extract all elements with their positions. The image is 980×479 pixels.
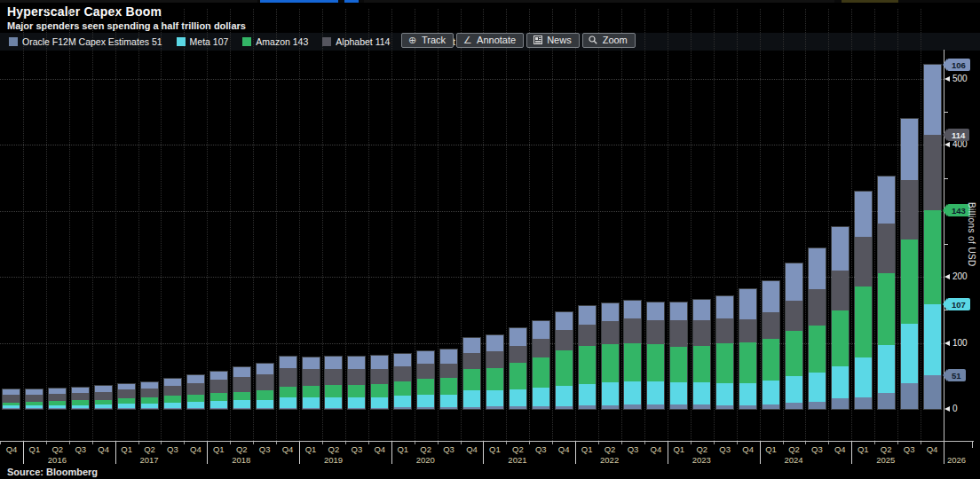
year-boundary-tick (299, 442, 300, 464)
bar-segment-amazon (463, 369, 480, 391)
year-boundary-tick (760, 442, 761, 464)
bar-segment-oracle (233, 408, 250, 409)
bloomberg-chart-window: Hyperscaler Capex Boom Major spenders se… (0, 0, 980, 479)
bar-stack[interactable] (693, 300, 710, 409)
bar-stack[interactable] (141, 382, 158, 410)
bar-segment-microsoft (832, 227, 849, 271)
bar-stack[interactable] (118, 384, 135, 409)
bar-segment-meta (901, 324, 918, 383)
bar-stack[interactable] (809, 248, 826, 410)
bar-stack[interactable] (901, 119, 918, 409)
bar-stack[interactable] (164, 379, 181, 409)
bar-stack[interactable] (440, 349, 457, 409)
legend-swatch (242, 37, 251, 46)
bar-segment-oracle (463, 407, 480, 409)
bar-segment-alphabet (95, 392, 112, 400)
annotate-button[interactable]: ∠ Annotate (456, 33, 524, 48)
legend-item-amazon[interactable]: Amazon 143 (242, 36, 308, 47)
quarter-label: Q1 (668, 444, 691, 454)
bar-segment-alphabet (463, 353, 480, 369)
bar-stack[interactable] (924, 65, 941, 409)
bar-stack[interactable] (26, 389, 43, 409)
bar-stack[interactable] (463, 338, 480, 409)
bar-stack[interactable] (579, 306, 596, 409)
quarter-label: Q4 (276, 444, 299, 454)
bar-stack[interactable] (739, 289, 756, 409)
news-button[interactable]: News (526, 33, 580, 48)
vertical-gridline (598, 9, 599, 441)
bar-stack[interactable] (257, 364, 273, 409)
bar-segment-oracle (210, 408, 227, 409)
bar-segment-alphabet (647, 320, 664, 344)
bar-segment-alphabet (118, 389, 135, 398)
chart-subtitle: Major spenders seen spending a half tril… (7, 20, 246, 31)
year-boundary-tick (668, 442, 668, 464)
bar-stack[interactable] (95, 386, 112, 409)
bar-stack[interactable] (832, 227, 849, 409)
bar-stack[interactable] (187, 375, 204, 409)
bar-segment-meta (233, 400, 250, 407)
bar-stack[interactable] (417, 351, 434, 410)
bar-segment-oracle (371, 408, 388, 409)
bar-segment-meta (210, 401, 227, 407)
bar-segment-alphabet (533, 339, 549, 357)
bar-stack[interactable] (233, 367, 250, 409)
bar-stack[interactable] (624, 301, 641, 409)
legend-item-meta[interactable]: Meta 107 (177, 36, 229, 47)
bar-stack[interactable] (3, 389, 20, 409)
bar-segment-amazon (141, 397, 158, 404)
bar-segment-meta (440, 395, 457, 407)
bar-segment-oracle (257, 408, 273, 409)
bar-stack[interactable] (394, 354, 411, 410)
quarter-label: Q1 (483, 444, 506, 454)
bar-stack[interactable] (49, 389, 66, 409)
bar-segment-oracle (739, 405, 756, 409)
bar-segment-amazon (924, 210, 941, 304)
bar-stack[interactable] (348, 357, 365, 410)
bar-stack[interactable] (670, 302, 687, 410)
series-value-badge: 51 (947, 369, 966, 381)
vertical-gridline (138, 9, 139, 441)
annotate-icon: ∠ (462, 35, 472, 45)
bar-stack[interactable] (210, 372, 227, 409)
bar-stack[interactable] (786, 263, 802, 409)
bar-segment-microsoft (257, 364, 273, 373)
bar-stack[interactable] (855, 192, 872, 410)
bar-stack[interactable] (280, 357, 296, 409)
bar-segment-alphabet (417, 364, 434, 378)
bar-stack[interactable] (602, 303, 619, 409)
year-label: 2018 (232, 455, 250, 465)
bar-stack[interactable] (763, 281, 779, 409)
bar-segment-microsoft (348, 357, 365, 370)
series-value-badge: 106 (947, 59, 970, 71)
track-button[interactable]: ⊕ Track (401, 33, 454, 48)
y-minor-tick (944, 244, 948, 245)
bar-segment-alphabet (693, 320, 710, 347)
bar-stack[interactable] (647, 302, 664, 409)
vertical-gridline (115, 9, 116, 441)
y-minor-tick (944, 178, 948, 179)
bar-segment-microsoft (809, 248, 826, 290)
bar-segment-microsoft (556, 312, 573, 330)
bar-stack[interactable] (510, 328, 526, 409)
year-boundary-tick (23, 442, 24, 464)
y-tick-marker (944, 341, 950, 346)
bar-stack[interactable] (325, 357, 342, 409)
bar-segment-meta (647, 381, 664, 404)
bar-stack[interactable] (556, 312, 573, 409)
legend-item-alphabet[interactable]: Alphabet 114 (322, 36, 390, 47)
bar-segment-oracle (716, 405, 733, 409)
zoom-button[interactable]: Zoom (582, 33, 636, 48)
bar-segment-meta (924, 304, 941, 375)
bar-stack[interactable] (303, 357, 320, 409)
bar-segment-oracle (141, 408, 158, 409)
bar-stack[interactable] (878, 177, 895, 409)
bar-stack[interactable] (533, 321, 549, 409)
bar-segment-alphabet (716, 318, 733, 343)
bar-stack[interactable] (371, 356, 388, 409)
bar-stack[interactable] (486, 335, 503, 409)
bar-stack[interactable] (72, 388, 89, 409)
legend-item-oracle[interactable]: Oracle F12M Capex Estimates 51 (9, 36, 162, 47)
bar-segment-alphabet (579, 325, 596, 347)
bar-stack[interactable] (716, 296, 733, 409)
